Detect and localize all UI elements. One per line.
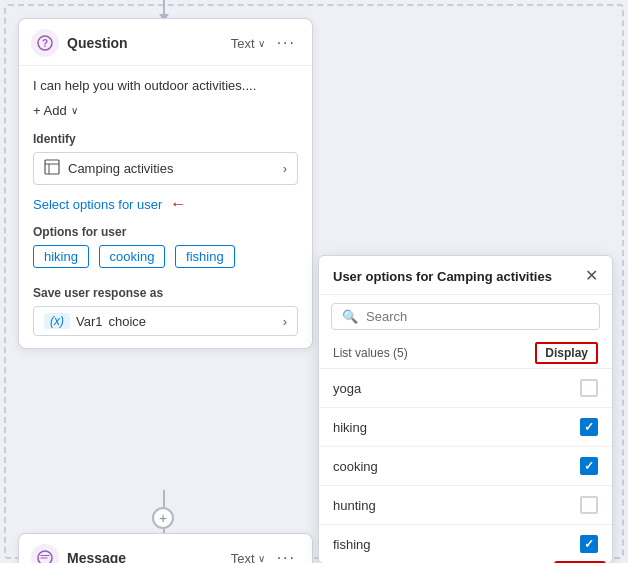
display-column-label: Display [535,342,598,364]
canvas: ? Question Text ∨ ··· I can help you wit… [0,0,628,563]
checkbox-hunting[interactable] [580,496,598,514]
save-row[interactable]: (x) Var1 choice › [33,306,298,336]
list-item-fishing: fishing [319,525,612,563]
message-card: Message Text ∨ ··· [18,533,313,563]
card-type-selector[interactable]: Text ∨ [231,36,265,51]
list-values-label: List values (5) [333,346,408,360]
select-options-link[interactable]: Select options for user ← [33,195,298,213]
list-item-yoga: yoga [319,369,612,408]
card-title: Question [67,35,223,51]
card-type-label: Text [231,36,255,51]
panel-list-header: List values (5) Display [319,338,612,368]
message-card-title: Message [67,550,223,563]
user-options-panel: User options for Camping activities ✕ 🔍 … [318,255,613,563]
card-body: I can help you with outdoor activities..… [19,66,312,348]
question-card: ? Question Text ∨ ··· I can help you wit… [18,18,313,349]
item-name-hunting: hunting [333,498,376,513]
add-chevron-icon: ∨ [71,105,78,116]
checkbox-hiking[interactable] [580,418,598,436]
svg-text:?: ? [42,38,48,49]
checkbox-cooking[interactable] [580,457,598,475]
search-input[interactable] [366,309,589,324]
card-header: ? Question Text ∨ ··· [19,19,312,66]
card-description: I can help you with outdoor activities..… [33,78,298,93]
message-card-header: Message Text ∨ ··· [19,534,312,563]
table-icon [44,159,60,178]
chevron-down-icon: ∨ [258,38,265,49]
options-tags: hiking cooking fishing [33,245,298,274]
options-section-label: Options for user [33,225,298,239]
search-icon: 🔍 [342,309,358,324]
question-icon: ? [31,29,59,57]
add-label: + Add [33,103,67,118]
svg-point-5 [38,551,52,563]
save-var-name: Var1 [76,314,103,329]
message-card-menu-button[interactable]: ··· [273,547,300,563]
svg-rect-2 [45,160,59,174]
search-box: 🔍 [331,303,600,330]
option-tag-fishing[interactable]: fishing [175,245,235,268]
red-arrow-icon: ← [170,195,186,213]
list-item-hiking: hiking [319,408,612,447]
option-tag-cooking[interactable]: cooking [99,245,166,268]
item-name-hiking: hiking [333,420,367,435]
identify-entity-text: Camping activities [68,161,283,176]
save-section: Save user response as (x) Var1 choice › [33,286,298,336]
message-type-label: Text [231,551,255,564]
checkbox-yoga[interactable] [580,379,598,397]
card-menu-button[interactable]: ··· [273,32,300,54]
panel-list: yoga hiking cooking hunting fishing [319,368,612,563]
message-icon [31,544,59,563]
select-options-label: Select options for user [33,197,162,212]
identify-entity-box[interactable]: Camping activities › [33,152,298,185]
item-name-yoga: yoga [333,381,361,396]
save-choice: choice [109,314,283,329]
panel-header: User options for Camping activities ✕ [319,256,612,295]
identify-section-label: Identify [33,132,298,146]
item-name-cooking: cooking [333,459,378,474]
message-card-type-selector[interactable]: Text ∨ [231,551,265,564]
message-chevron-down-icon: ∨ [258,553,265,564]
option-tag-hiking[interactable]: hiking [33,245,89,268]
save-var-badge: (x) [44,313,70,329]
panel-title: User options for Camping activities [333,269,552,284]
checkbox-fishing[interactable] [580,535,598,553]
save-chevron-icon: › [283,314,287,329]
save-section-label: Save user response as [33,286,298,300]
list-item-hunting: hunting [319,486,612,525]
item-name-fishing: fishing [333,537,371,552]
panel-close-button[interactable]: ✕ [585,268,598,284]
list-item-cooking: cooking [319,447,612,486]
identify-chevron-icon: › [283,161,287,176]
add-node-button[interactable]: + [152,507,174,529]
panel-search: 🔍 [319,295,612,338]
add-button[interactable]: + Add ∨ [33,103,298,118]
